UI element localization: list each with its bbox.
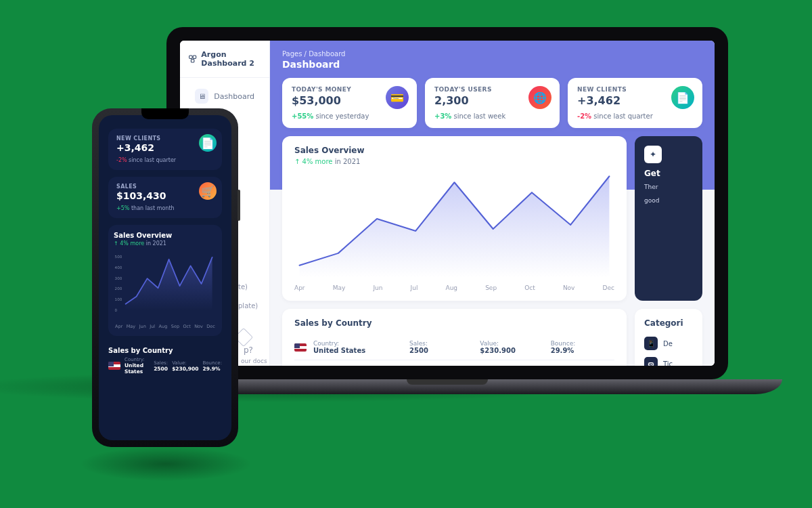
stat-pct: +5%	[116, 205, 129, 211]
page-title: Dashboard	[282, 59, 702, 70]
category-item[interactable]: 📱 De	[644, 333, 693, 354]
category-icon: 🎟	[644, 357, 658, 366]
sales-overview-card: Sales Overview ↑ 4% more in 2021 AprMayJ…	[282, 136, 627, 301]
stat-pct: +55%	[292, 112, 313, 120]
brand-icon	[188, 53, 197, 65]
cart-icon: 🛒	[199, 182, 217, 200]
svg-text:300: 300	[115, 276, 122, 280]
svg-text:0: 0	[115, 308, 118, 312]
flag-icon	[108, 362, 120, 370]
table-row[interactable]: Country:United States Sales:2500 Value:$…	[294, 335, 614, 360]
brand-label: Argon Dashboard 2	[201, 50, 261, 68]
hidden-text-1: te)	[238, 283, 248, 291]
phone-side-button	[238, 190, 240, 221]
card-icon: 💳	[386, 86, 409, 109]
wizard-title: Get	[644, 169, 693, 178]
category-label: De	[663, 340, 673, 347]
stat-cards: TODAY'S MONEY $53,000 +55% since yesterd…	[282, 78, 702, 128]
categories-card: Categori 📱 De 🎟 Tic	[635, 309, 702, 366]
categories-title: Categori	[644, 318, 693, 328]
chart-x-labels: AprMayJunJulAugSepOctNovDec	[294, 284, 614, 291]
table-row[interactable]: Country:United States Sales:2500 Value:$…	[108, 357, 222, 375]
hidden-text-3: p?	[244, 345, 253, 355]
chart-delta: ↑ 4% more in 2021	[294, 158, 614, 165]
doc-icon: 📄	[671, 86, 694, 109]
breadcrumb-current[interactable]: Dashboard	[309, 50, 345, 58]
star-icon: ✦	[644, 146, 662, 163]
category-item[interactable]: 🎟 Tic	[644, 354, 693, 366]
category-label: Tic	[663, 360, 673, 366]
table-row[interactable]: Country:Germany Sales:3,900 Value:$440,0…	[294, 360, 614, 366]
ph-sales-overview: Sales Overview ↑ 4% more in 2021 5004003…	[108, 225, 222, 336]
stat-card-clients[interactable]: NEW CLIENTS +3,462 -2% since last quarte…	[568, 78, 702, 128]
svg-text:400: 400	[115, 266, 122, 270]
chart-x-labels: AprMayJunJulAugSepOctNovDec	[114, 324, 217, 329]
breadcrumb[interactable]: Pages / Dashboard	[282, 50, 702, 58]
sales-title: Sales by Country	[294, 318, 614, 328]
tv-icon: 🖥	[195, 89, 208, 104]
category-icon: 📱	[644, 337, 658, 350]
stat-pct: -2%	[577, 112, 591, 120]
ph-sales-by-country: Sales by Country Country:United States S…	[108, 343, 222, 375]
sidebar-item-label: Dashboard	[214, 92, 254, 101]
main: Pages / Dashboard Dashboard TODAY'S MONE…	[270, 41, 715, 366]
sales-by-country-card: Sales by Country Country:United States S…	[282, 309, 627, 366]
sidebar-item-dashboard[interactable]: 🖥 Dashboard	[185, 82, 264, 110]
svg-text:200: 200	[115, 287, 122, 291]
stat-note: than last month	[129, 205, 174, 211]
stat-card-money[interactable]: TODAY'S MONEY $53,000 +55% since yesterd…	[282, 78, 417, 128]
wizard-desc2: good	[644, 197, 693, 205]
sales-chart	[294, 169, 614, 284]
wizard-desc1: Ther	[644, 184, 693, 192]
stat-note: since last week	[451, 112, 505, 120]
flag-icon	[294, 343, 307, 352]
hidden-text-2: plate)	[238, 302, 258, 310]
chart-title: Sales Overview	[114, 232, 217, 239]
sales-title: Sales by Country	[108, 347, 222, 354]
doc-icon: 📄	[199, 134, 217, 152]
stat-pct: +3%	[434, 112, 451, 120]
wizard-card[interactable]: ✦ Get Ther good	[635, 136, 702, 301]
phone: NEW CLIENTS +3,462 -2% since last quarte…	[92, 108, 238, 447]
ph-stat-clients[interactable]: NEW CLIENTS +3,462 -2% since last quarte…	[108, 129, 222, 170]
stat-note: since last quarter	[591, 112, 653, 120]
stat-note: since yesterday	[313, 112, 369, 120]
stat-note: since last quarter	[127, 157, 177, 163]
svg-rect-0	[189, 56, 192, 58]
phone-shadow	[81, 447, 250, 481]
brand[interactable]: Argon Dashboard 2	[180, 41, 269, 78]
stat-pct: -2%	[116, 157, 127, 163]
breadcrumb-root[interactable]: Pages	[282, 50, 302, 58]
globe-icon: 🌐	[528, 86, 551, 109]
svg-text:100: 100	[115, 297, 122, 301]
svg-rect-2	[191, 60, 194, 62]
hidden-text-4: our docs	[241, 358, 267, 364]
stat-card-users[interactable]: TODAY'S USERS 2,300 +3% since last week …	[425, 78, 560, 128]
ph-stat-sales[interactable]: SALES $103,430 +5% than last month 🛒	[108, 177, 222, 218]
ph-sales-chart: 5004003002001000	[114, 247, 217, 321]
svg-text:500: 500	[115, 255, 122, 259]
svg-rect-1	[193, 56, 196, 58]
chart-title: Sales Overview	[294, 146, 614, 155]
